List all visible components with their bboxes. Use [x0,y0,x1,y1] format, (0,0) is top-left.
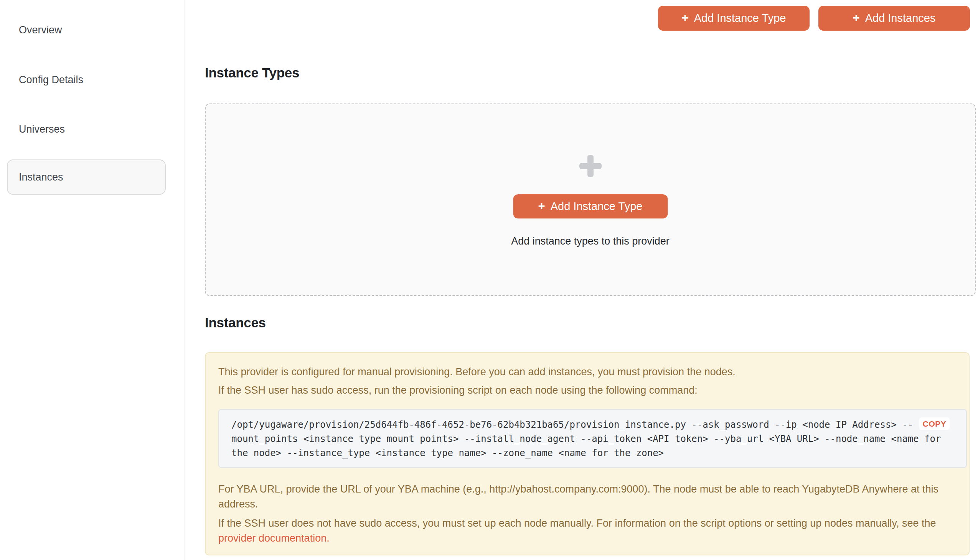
sidebar: Overview Config Details Universes Instan… [0,0,185,560]
copy-button[interactable]: COPY [919,417,950,430]
add-instance-type-label: Add Instance Type [550,200,643,213]
add-instance-type-empty-button[interactable]: + Add Instance Type [513,194,668,218]
sidebar-item-overview[interactable]: Overview [19,24,62,37]
provision-command-line: mount_points <instance type mount points… [231,432,920,446]
plus-icon: + [853,12,860,24]
manual-provisioning-notice: This provider is configured for manual p… [205,352,970,555]
provision-command-line: /opt/yugaware/provision/25d644fb-486f-46… [231,418,920,432]
instance-types-heading: Instance Types [205,65,299,80]
notice-intro-line2: If the SSH user has sudo access, run the… [218,383,956,398]
add-instance-type-label: Add Instance Type [694,12,786,25]
sidebar-item-instances[interactable]: Instances [7,160,166,195]
provision-command-line: the node> --instance_type <instance type… [231,446,920,460]
yba-url-note: For YBA URL, provide the URL of your YBA… [218,482,956,512]
provider-details-page: Overview Config Details Universes Instan… [0,0,978,560]
sidebar-item-config-details[interactable]: Config Details [19,73,83,86]
plus-icon [579,155,602,177]
plus-icon: + [682,12,689,24]
provision-command-block: /opt/yugaware/provision/25d644fb-486f-46… [218,409,967,468]
instances-heading: Instances [205,315,266,330]
notice-intro-line1: This provider is configured for manual p… [218,365,956,380]
provider-documentation-link[interactable]: provider documentation. [218,532,329,544]
sidebar-item-universes[interactable]: Universes [19,123,65,136]
add-instance-type-button[interactable]: + Add Instance Type [658,6,809,31]
sidebar-item-label: Instances [19,171,63,183]
add-instances-label: Add Instances [865,12,936,25]
plus-icon: + [538,200,545,212]
no-sudo-note-text: If the SSH user does not have sudo acces… [218,517,936,529]
add-instances-button[interactable]: + Add Instances [818,6,970,31]
no-sudo-note: If the SSH user does not have sudo acces… [218,516,956,546]
empty-state-caption: Add instance types to this provider [206,235,975,247]
toolbar: + Add Instance Type + Add Instances [658,6,970,31]
instance-types-empty-state: + Add Instance Type Add instance types t… [205,103,976,296]
